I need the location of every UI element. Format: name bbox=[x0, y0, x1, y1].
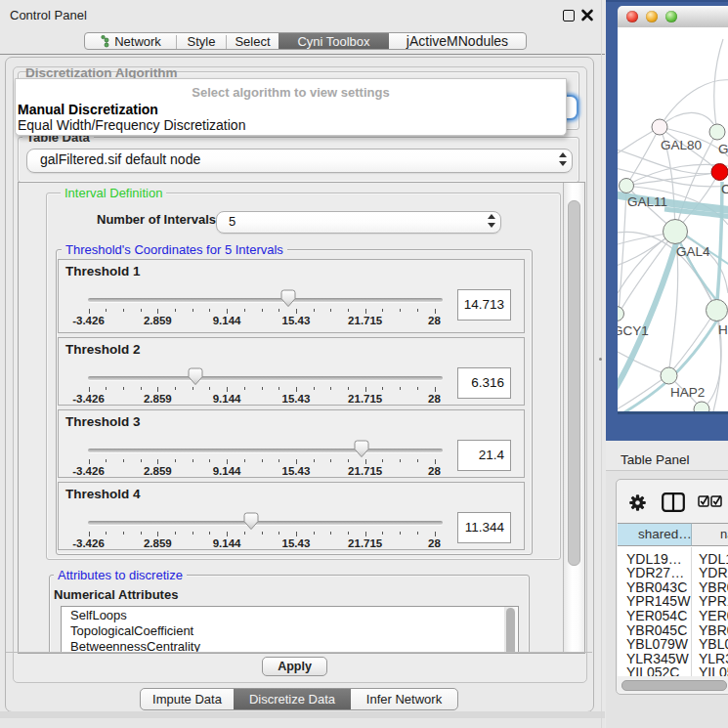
svg-text:GAL80: GAL80 bbox=[661, 138, 702, 152]
svg-text:GAL11: GAL11 bbox=[627, 194, 667, 209]
svg-text:GCY1: GCY1 bbox=[618, 323, 649, 338]
svg-text:C: C bbox=[721, 182, 728, 196]
svg-text:GAL4: GAL4 bbox=[676, 244, 710, 259]
svg-text:HAP2: HAP2 bbox=[670, 385, 705, 400]
svg-text:GA: GA bbox=[718, 142, 728, 156]
svg-text:H: H bbox=[718, 322, 728, 337]
